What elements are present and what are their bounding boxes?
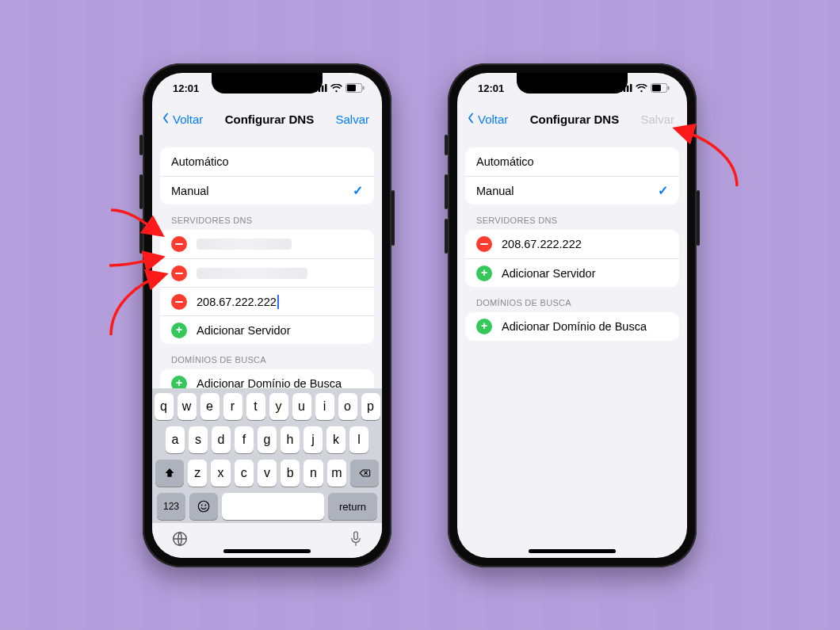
chevron-left-icon	[465, 113, 476, 126]
dns-server-row[interactable]: 208.67.222.222	[465, 230, 679, 258]
volume-up-button	[139, 174, 143, 209]
dns-mode-automatic[interactable]: Automático	[160, 147, 374, 176]
dns-server-row-1[interactable]	[160, 230, 374, 258]
keyboard-row-2: asdfghjkl	[155, 426, 379, 453]
key-p[interactable]: p	[361, 393, 380, 420]
home-indicator	[529, 549, 616, 553]
search-domains-header: DOMÍNIOS DE BUSCA	[465, 298, 679, 312]
power-button	[697, 190, 700, 246]
svg-rect-11	[354, 532, 358, 540]
key-e[interactable]: e	[200, 393, 220, 420]
dns-servers-header: SERVIDORES DNS	[465, 216, 679, 230]
volume-up-button	[445, 174, 448, 209]
key-s[interactable]: s	[189, 426, 208, 453]
key-v[interactable]: v	[258, 460, 277, 487]
key-n[interactable]: n	[304, 460, 323, 487]
key-b[interactable]: b	[281, 460, 300, 487]
key-k[interactable]: k	[326, 426, 346, 453]
key-g[interactable]: g	[258, 426, 277, 453]
key-r[interactable]: r	[223, 393, 242, 420]
add-server-row[interactable]: + Adicionar Servidor	[160, 315, 374, 344]
add-server-label: Adicionar Servidor	[197, 324, 290, 337]
dns-server-row-3[interactable]: 208.67.222.222	[160, 287, 374, 315]
svg-rect-6	[363, 86, 365, 90]
svg-rect-5	[347, 85, 356, 91]
chevron-left-icon	[160, 113, 171, 126]
keyboard-row-1: qwertyuiop	[155, 393, 379, 420]
key-x[interactable]: x	[211, 460, 230, 487]
dns-mode-manual-label: Manual	[476, 185, 514, 197]
status-time: 12:01	[173, 82, 199, 94]
wifi-icon	[330, 84, 342, 93]
home-indicator	[223, 549, 311, 553]
remove-server-icon[interactable]	[476, 236, 492, 252]
dns-server-redacted-1	[197, 239, 292, 250]
add-server-label: Adicionar Servidor	[502, 267, 595, 280]
status-time: 12:01	[478, 82, 504, 94]
key-q[interactable]: q	[155, 393, 174, 420]
key-d[interactable]: d	[212, 426, 231, 453]
key-o[interactable]: o	[338, 393, 357, 420]
shift-key[interactable]	[155, 460, 184, 487]
key-i[interactable]: i	[315, 393, 334, 420]
add-icon[interactable]: +	[476, 319, 492, 334]
dns-mode-manual[interactable]: Manual ✓	[160, 176, 374, 204]
svg-rect-15	[630, 84, 632, 92]
key-h[interactable]: h	[281, 426, 300, 453]
key-f[interactable]: f	[235, 426, 254, 453]
key-j[interactable]: j	[304, 426, 323, 453]
svg-rect-2	[322, 86, 324, 92]
remove-server-icon[interactable]	[171, 294, 187, 310]
add-search-domain-row[interactable]: + Adicionar Domínio de Busca	[160, 369, 374, 388]
mic-icon[interactable]	[349, 530, 363, 551]
add-icon[interactable]: +	[476, 265, 492, 281]
key-m[interactable]: m	[327, 460, 346, 487]
add-icon[interactable]: +	[171, 323, 187, 338]
dns-servers-header: SERVIDORES DNS	[160, 216, 374, 230]
add-search-domain-row[interactable]: + Adicionar Domínio de Busca	[465, 312, 679, 341]
phone-right: 12:01 Voltar Configurar DNS Salvar	[448, 63, 697, 567]
space-key[interactable]	[222, 493, 324, 520]
remove-server-icon[interactable]	[171, 265, 187, 281]
backspace-key[interactable]	[350, 460, 379, 487]
phone-left: 12:01 Voltar Configurar DNS Salvar	[143, 63, 391, 567]
volume-down-button	[139, 219, 143, 254]
nav-bar: Voltar Configurar DNS Salvar	[152, 103, 382, 135]
dns-mode-automatic-label: Automático	[171, 155, 229, 168]
save-button[interactable]: Salvar	[335, 113, 374, 126]
svg-point-7	[198, 501, 209, 512]
key-u[interactable]: u	[292, 393, 311, 420]
add-server-row[interactable]: + Adicionar Servidor	[465, 258, 679, 287]
dns-mode-manual-label: Manual	[171, 185, 209, 197]
globe-icon[interactable]	[171, 530, 189, 551]
add-search-domain-label: Adicionar Domínio de Busca	[502, 320, 647, 333]
wifi-icon	[636, 84, 647, 93]
dns-server-redacted-2	[197, 268, 307, 279]
back-button[interactable]: Voltar	[160, 113, 203, 126]
save-button-disabled: Salvar	[640, 113, 679, 126]
emoji-key[interactable]	[189, 493, 218, 520]
key-a[interactable]: a	[166, 426, 185, 453]
key-w[interactable]: w	[178, 393, 197, 420]
back-button[interactable]: Voltar	[465, 113, 508, 126]
add-icon[interactable]: +	[171, 376, 187, 388]
svg-point-9	[204, 505, 206, 506]
dns-mode-manual[interactable]: Manual ✓	[465, 176, 679, 204]
remove-server-icon[interactable]	[171, 236, 187, 252]
key-z[interactable]: z	[188, 460, 207, 487]
svg-rect-14	[627, 86, 629, 92]
return-key[interactable]: return	[328, 493, 377, 520]
checkmark-icon: ✓	[658, 183, 668, 198]
dns-server-row-2[interactable]	[160, 258, 374, 287]
key-l[interactable]: l	[349, 426, 368, 453]
key-c[interactable]: c	[235, 460, 254, 487]
battery-icon	[651, 83, 670, 93]
dns-mode-automatic[interactable]: Automático	[465, 147, 679, 176]
keyboard-row-3: zxcvbnm	[155, 460, 379, 487]
svg-rect-17	[652, 85, 661, 91]
numeric-key[interactable]: 123	[157, 493, 185, 520]
key-y[interactable]: y	[269, 393, 288, 420]
page-title: Configurar DNS	[530, 113, 620, 126]
key-t[interactable]: t	[246, 393, 265, 420]
dns-server-value: 208.67.222.222	[502, 238, 582, 250]
